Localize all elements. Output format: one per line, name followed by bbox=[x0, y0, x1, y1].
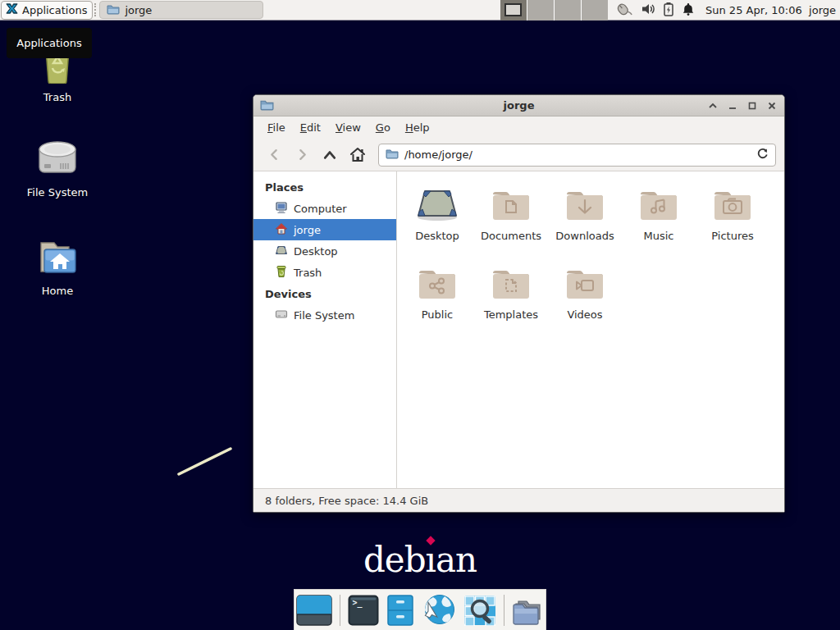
videos-folder-icon bbox=[564, 265, 606, 305]
bottom-dock: >_ bbox=[294, 589, 546, 630]
dock-separator bbox=[340, 595, 340, 626]
window-titlebar[interactable]: jorge bbox=[253, 95, 784, 116]
tasklist-handle[interactable] bbox=[94, 3, 98, 16]
sidebar-item-computer[interactable]: Computer bbox=[253, 198, 396, 219]
statusbar: 8 folders, Free space: 14.4 GiB bbox=[253, 488, 784, 512]
sidebar-item-desktop[interactable]: Desktop bbox=[253, 240, 396, 262]
folder-launcher[interactable] bbox=[512, 595, 545, 626]
file-item-public[interactable]: Public bbox=[400, 258, 474, 337]
up-button[interactable] bbox=[317, 144, 342, 167]
desktop-folder-icon bbox=[414, 186, 460, 226]
dock-separator bbox=[504, 595, 504, 626]
menu-edit[interactable]: Edit bbox=[293, 118, 328, 137]
places-header: Places bbox=[253, 176, 396, 198]
reload-icon[interactable] bbox=[756, 148, 769, 162]
menu-go[interactable]: Go bbox=[368, 118, 398, 137]
taskbar-window-button[interactable]: jorge bbox=[99, 1, 263, 19]
file-manager-launcher[interactable] bbox=[386, 595, 414, 626]
desktop-icon-home[interactable]: Home bbox=[18, 238, 97, 297]
logo-text: an bbox=[436, 540, 477, 580]
file-label: Downloads bbox=[555, 230, 614, 242]
debian-wallpaper-logo: debıan bbox=[0, 540, 840, 580]
file-item-videos[interactable]: Videos bbox=[548, 258, 622, 337]
workspace-window-thumb bbox=[504, 3, 522, 16]
menu-help[interactable]: Help bbox=[398, 118, 437, 137]
home-folder-icon bbox=[36, 238, 79, 280]
file-item-documents[interactable]: Documents bbox=[474, 180, 548, 258]
public-folder-icon bbox=[416, 265, 459, 305]
maximize-button[interactable] bbox=[746, 100, 758, 112]
toolbar: /home/jorge/ bbox=[253, 139, 784, 171]
desktop-icon-label: Trash bbox=[43, 91, 71, 103]
home-icon bbox=[275, 222, 288, 238]
sidebar-item-jorge[interactable]: jorge bbox=[253, 219, 396, 240]
path-input[interactable]: /home/jorge/ bbox=[404, 148, 751, 161]
tooltip-text: Applications bbox=[16, 37, 81, 49]
application-finder-launcher[interactable] bbox=[463, 595, 496, 626]
file-label: Pictures bbox=[711, 230, 753, 242]
file-label: Templates bbox=[484, 308, 538, 321]
folder-icon bbox=[107, 2, 120, 18]
music-folder-icon bbox=[637, 186, 680, 226]
status-text: 8 folders, Free space: 14.4 GiB bbox=[265, 495, 428, 507]
folder-icon bbox=[386, 147, 399, 162]
templates-folder-icon bbox=[490, 265, 532, 305]
devices-header: Devices bbox=[253, 283, 396, 304]
computer-icon bbox=[275, 201, 288, 217]
file-item-music[interactable]: Music bbox=[622, 180, 696, 258]
workspace-2[interactable] bbox=[527, 0, 554, 21]
panel-username[interactable]: jorge bbox=[809, 0, 836, 21]
desktop-stroke-artifact bbox=[172, 441, 241, 482]
mouse-icon[interactable] bbox=[615, 2, 633, 19]
close-button[interactable] bbox=[766, 100, 778, 112]
window-title: jorge bbox=[253, 99, 784, 112]
desktop-icon-file-system[interactable]: File System bbox=[18, 138, 97, 199]
sidebar-item-file-system[interactable]: File System bbox=[253, 304, 396, 326]
file-item-pictures[interactable]: Pictures bbox=[696, 180, 769, 258]
hard-drive-icon bbox=[36, 138, 79, 181]
desktop-icon-label: File System bbox=[27, 186, 88, 199]
workspace-4[interactable] bbox=[582, 0, 608, 21]
panel-clock[interactable]: Sun 25 Apr, 10:06 bbox=[705, 0, 802, 21]
applications-menu-button[interactable]: Applications bbox=[1, 1, 93, 20]
file-item-downloads[interactable]: Downloads bbox=[548, 180, 622, 258]
menu-view[interactable]: View bbox=[328, 118, 368, 137]
workspace-1[interactable] bbox=[500, 0, 527, 21]
sidebar-item-trash[interactable]: Trash bbox=[253, 262, 396, 283]
notification-bell-icon[interactable] bbox=[682, 2, 695, 19]
terminal-prompt-glyph: >_ bbox=[353, 598, 363, 607]
desktop-icon-label: Home bbox=[42, 285, 73, 297]
file-label: Music bbox=[644, 230, 674, 242]
file-manager-window: jorge File Edit View Go Help /home/jorge… bbox=[253, 94, 785, 513]
desktop-icon bbox=[275, 244, 288, 259]
logo-text: deb bbox=[363, 540, 426, 580]
web-browser-launcher[interactable] bbox=[422, 594, 456, 627]
workspace-3[interactable] bbox=[555, 0, 581, 21]
menubar: File Edit View Go Help bbox=[253, 116, 784, 139]
terminal-launcher[interactable]: >_ bbox=[348, 595, 379, 626]
workspace-switcher[interactable] bbox=[500, 0, 608, 21]
top-panel: Applications jorge Sun 25 Apr, 10:06 jor… bbox=[0, 0, 840, 21]
shade-button[interactable] bbox=[707, 100, 719, 112]
trash-icon bbox=[275, 265, 288, 281]
file-label: Videos bbox=[567, 308, 602, 321]
show-desktop-button[interactable] bbox=[296, 595, 332, 626]
minimize-button[interactable] bbox=[727, 100, 738, 112]
drive-icon bbox=[275, 308, 288, 323]
file-item-templates[interactable]: Templates bbox=[474, 258, 548, 337]
file-item-desktop[interactable]: Desktop bbox=[400, 180, 474, 258]
back-button[interactable] bbox=[262, 144, 286, 167]
sidebar-item-label: jorge bbox=[294, 224, 321, 236]
sidebar-item-label: File System bbox=[294, 309, 354, 322]
battery-icon[interactable] bbox=[663, 2, 674, 19]
documents-folder-icon bbox=[490, 186, 532, 226]
applications-tooltip: Applications bbox=[7, 28, 92, 58]
path-bar[interactable]: /home/jorge/ bbox=[378, 144, 776, 167]
sidebar-item-label: Computer bbox=[294, 203, 347, 215]
xfce-menu-icon bbox=[5, 2, 19, 18]
forward-button[interactable] bbox=[290, 144, 314, 167]
pictures-folder-icon bbox=[711, 186, 754, 226]
volume-icon[interactable] bbox=[641, 2, 655, 19]
home-button[interactable] bbox=[345, 144, 370, 167]
menu-file[interactable]: File bbox=[260, 118, 293, 137]
